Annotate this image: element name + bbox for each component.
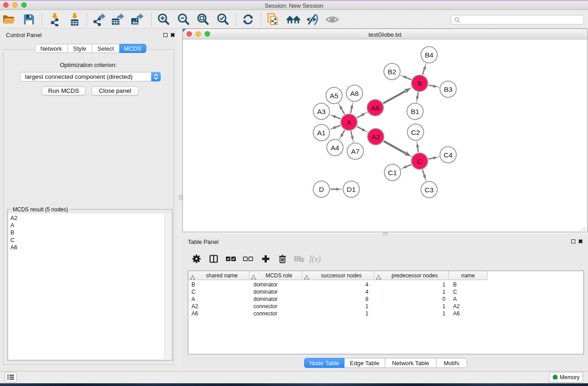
table-cell[interactable]: 4 xyxy=(302,288,368,295)
tab-select[interactable]: Select xyxy=(92,44,120,53)
table-cell[interactable]: dominator xyxy=(253,295,302,303)
graph-edge-B-B1[interactable] xyxy=(416,92,419,103)
graph-node-D[interactable]: D xyxy=(313,181,330,197)
table-close-panel-icon[interactable]: ✖ xyxy=(578,239,583,243)
column-header-successor-nodes[interactable]: successor nodes xyxy=(302,271,374,280)
table-cell[interactable]: A6 xyxy=(191,310,248,317)
graph-node-C[interactable]: C xyxy=(411,153,428,169)
graph-node-C4[interactable]: C4 xyxy=(440,147,456,163)
table-cell[interactable]: 1 xyxy=(374,288,445,295)
export-image-icon[interactable] xyxy=(130,13,144,26)
export-table-icon[interactable] xyxy=(110,13,125,26)
table-cell[interactable]: A xyxy=(191,295,248,303)
table-cell[interactable]: C xyxy=(191,288,248,295)
graph-edge-A6-B[interactable] xyxy=(383,87,412,103)
hide-selected-icon[interactable] xyxy=(306,13,320,26)
import-table-icon[interactable] xyxy=(67,13,82,26)
result-scrollbar[interactable] xyxy=(164,214,171,359)
tab-mcds[interactable]: MCDS xyxy=(120,44,146,53)
graph-edge-B-B2[interactable] xyxy=(400,75,411,80)
graph-node-A5[interactable]: A5 xyxy=(326,87,342,104)
save-icon[interactable] xyxy=(22,13,36,26)
zoom-out-icon[interactable] xyxy=(176,13,191,26)
graph-node-C2[interactable]: C2 xyxy=(407,124,424,140)
export-network-icon[interactable] xyxy=(92,13,106,26)
graph-node-B1[interactable]: B1 xyxy=(407,103,423,119)
graph-node-A8[interactable]: A8 xyxy=(346,85,363,101)
resize-grip-icon[interactable] xyxy=(580,225,586,231)
network-overview-icon[interactable] xyxy=(286,13,301,26)
graph-edge-C-C4[interactable] xyxy=(429,157,440,160)
search-input[interactable] xyxy=(451,15,584,24)
duplicate-network-icon[interactable] xyxy=(266,13,281,26)
graph-node-A4[interactable]: A4 xyxy=(327,139,343,156)
zoom-selected-icon[interactable] xyxy=(215,13,230,26)
graph-edge-A-A1[interactable] xyxy=(330,125,340,129)
graph-edge-D-D1[interactable] xyxy=(330,187,343,191)
graph-node-D1[interactable]: D1 xyxy=(343,181,359,197)
table-cell[interactable]: B xyxy=(453,281,487,288)
table-float-panel-icon[interactable] xyxy=(571,239,575,243)
graph-edge-A-A8[interactable] xyxy=(350,102,353,113)
table-cell[interactable]: 1 xyxy=(374,310,445,317)
graph-node-C1[interactable]: C1 xyxy=(384,164,401,181)
import-network-icon[interactable] xyxy=(48,13,62,26)
horizontal-splitter-grip[interactable] xyxy=(383,232,388,235)
optimization-criterion-select[interactable]: largest connected component (directed) xyxy=(20,72,161,81)
table-cell[interactable]: 1 xyxy=(302,303,368,310)
table-cell[interactable]: B xyxy=(191,281,248,288)
graph-edge-C-C3[interactable] xyxy=(422,170,426,181)
graph-edge-B-B4[interactable] xyxy=(422,63,426,75)
graph-node-B3[interactable]: B3 xyxy=(440,81,456,97)
graph-edge-C-C1[interactable] xyxy=(401,165,411,169)
graph-node-A6[interactable]: A6 xyxy=(367,100,383,116)
graph-edge-A-A2[interactable] xyxy=(357,127,368,133)
zoom-fit-icon[interactable] xyxy=(196,13,210,26)
tab-edge-table[interactable]: Edge Table xyxy=(344,358,385,368)
mcds-result-item[interactable]: A xyxy=(9,222,171,229)
graph-node-A[interactable]: A xyxy=(341,114,357,130)
table-cell[interactable]: A6 xyxy=(453,310,487,317)
tab-motifs[interactable]: Motifs xyxy=(436,358,467,368)
zoom-in-icon[interactable] xyxy=(156,13,171,26)
column-header-predecessor-nodes[interactable]: predecessor nodes xyxy=(374,271,449,280)
graph-node-A2[interactable]: A2 xyxy=(368,129,384,145)
columns-icon[interactable] xyxy=(208,253,220,264)
mcds-result-item[interactable]: C xyxy=(9,237,171,244)
mcds-result-list[interactable]: A2ABCA6 xyxy=(9,214,171,359)
network-canvas[interactable]: AA1A3A4A5A7A8A6A2BB1B2B3B4CC1C2C3C4DD1 xyxy=(183,39,587,232)
memory-button[interactable]: Memory xyxy=(549,372,583,382)
graph-node-C3[interactable]: C3 xyxy=(421,181,437,198)
table-cell[interactable]: 1 xyxy=(374,303,445,310)
close-panel-icon[interactable]: ✖ xyxy=(170,33,175,37)
table-cell[interactable]: 8 xyxy=(302,295,368,303)
graph-node-A3[interactable]: A3 xyxy=(313,103,330,119)
graph-edge-A-A3[interactable] xyxy=(330,114,340,119)
float-panel-icon[interactable] xyxy=(163,33,167,37)
delete-icon[interactable] xyxy=(277,253,288,264)
column-header-shared-name[interactable]: shared name xyxy=(188,271,249,280)
refresh-icon[interactable] xyxy=(241,13,255,26)
graph-node-A1[interactable]: A1 xyxy=(313,124,330,141)
table-cell[interactable]: A xyxy=(453,295,487,303)
table-cell[interactable]: C xyxy=(453,288,487,295)
tab-network[interactable]: Network xyxy=(35,44,67,53)
unselect-all-icon[interactable] xyxy=(242,253,254,264)
mcds-result-item[interactable]: A2 xyxy=(9,214,171,222)
mcds-result-item[interactable]: B xyxy=(9,229,171,236)
add-icon[interactable] xyxy=(260,253,272,264)
graph-node-B4[interactable]: B4 xyxy=(421,47,437,63)
open-folder-icon[interactable] xyxy=(2,13,16,26)
table-cell[interactable]: 1 xyxy=(374,281,445,288)
automation-panel-button[interactable] xyxy=(5,372,17,382)
column-header-MCDS-role[interactable]: MCDS role xyxy=(249,271,302,280)
table-cell[interactable]: 4 xyxy=(302,281,368,288)
graph-node-A7[interactable]: A7 xyxy=(347,143,363,159)
graph-edge-C-C2[interactable] xyxy=(416,141,419,152)
graph-edge-A-A4[interactable] xyxy=(339,130,344,139)
tab-network-table[interactable]: Network Table xyxy=(385,358,436,368)
tab-node-table[interactable]: Node Table xyxy=(304,358,344,368)
table-cell[interactable]: A2 xyxy=(191,303,248,310)
table-cell[interactable]: dominator xyxy=(253,281,302,288)
gear-icon[interactable] xyxy=(191,253,202,264)
